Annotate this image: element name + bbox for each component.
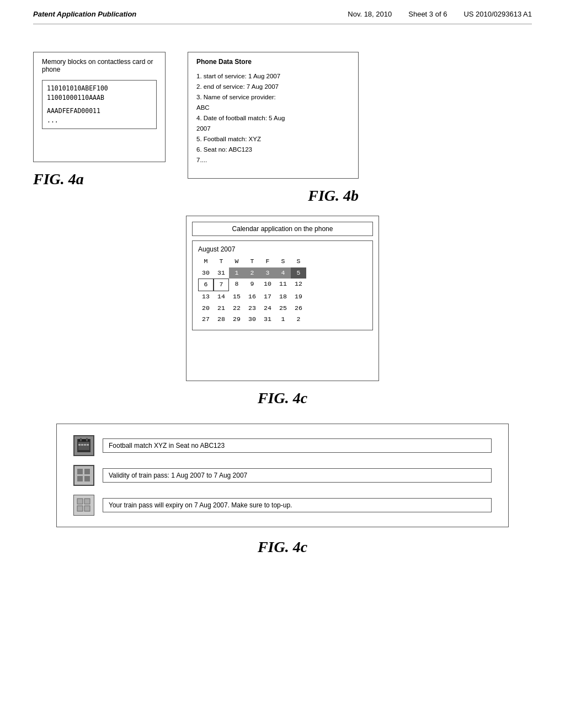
calendar-week-4: 20 21 22 23 24 25 26 xyxy=(198,303,367,314)
fig4b-title: Phone Data Store xyxy=(196,58,350,66)
memory-line-2: 11001000110AAAB xyxy=(47,93,152,103)
cal-day-25: 25 xyxy=(275,303,291,314)
cal-day-30: 30 xyxy=(198,267,214,279)
cal-day-1: 1 xyxy=(229,267,244,279)
list-item: 6. Seat no: ABC123 xyxy=(196,144,350,155)
cal-day-18: 18 xyxy=(275,291,291,303)
cal-day-20: 20 xyxy=(198,303,214,314)
svg-rect-4 xyxy=(86,438,88,441)
cal-day-14: 14 xyxy=(214,291,229,303)
svg-rect-15 xyxy=(77,506,83,511)
cal-day-31b: 31 xyxy=(260,314,275,325)
grid-light-icon xyxy=(76,497,92,513)
svg-rect-10 xyxy=(84,469,90,474)
svg-rect-8 xyxy=(87,444,89,446)
list-item: 3. Name of service provider: xyxy=(196,92,350,103)
calendar-week-5: 27 28 29 30 31 1 2 xyxy=(198,314,367,325)
cal-day-2: 2 xyxy=(244,267,260,279)
day-header-s: S xyxy=(275,256,291,267)
fig4a-box: Memory blocks on contactless card or pho… xyxy=(33,52,166,162)
list-item: 2007 xyxy=(196,124,350,134)
day-header-s2: S xyxy=(291,256,306,267)
list-item: 5. Football match: XYZ xyxy=(196,134,350,144)
list-item: 2. end of service: 7 Aug 2007 xyxy=(196,82,350,92)
svg-rect-6 xyxy=(81,444,83,446)
cal-day-17: 17 xyxy=(260,291,275,303)
calendar-area: August 2007 M T W T F S S xyxy=(192,240,373,330)
patent-number: US 2010/0293613 A1 xyxy=(463,10,532,18)
calendar-week-1: 30 31 1 2 3 4 5 xyxy=(198,267,367,279)
cal-day-15: 15 xyxy=(229,291,244,303)
svg-rect-14 xyxy=(84,499,90,504)
notif-icon-3 xyxy=(73,495,94,516)
fig4b-container: Phone Data Store 1. start of service: 1 … xyxy=(188,52,359,205)
fig4c-notif-box: Football match XYZ in Seat no ABC123 Val… xyxy=(56,424,509,527)
cal-day-29: 29 xyxy=(229,314,244,325)
cal-day-13: 13 xyxy=(198,291,214,303)
cal-day-8: 8 xyxy=(229,279,244,291)
cal-day-6: 6 xyxy=(198,279,214,291)
fig4b-label: FIG. 4b xyxy=(308,187,359,205)
cal-day-12: 12 xyxy=(291,279,306,291)
fig4c-notif-outer: Football match XYZ in Seat no ABC123 Val… xyxy=(33,424,532,556)
cal-day-24: 24 xyxy=(260,303,275,314)
list-item: 4. Date of football match: 5 Aug xyxy=(196,113,350,124)
cal-day-3: 3 xyxy=(260,267,275,279)
svg-rect-16 xyxy=(84,506,90,511)
day-header-t2: T xyxy=(244,256,260,267)
cal-day-31: 31 xyxy=(214,267,229,279)
svg-rect-5 xyxy=(78,444,81,446)
svg-rect-7 xyxy=(84,444,86,446)
cal-day-7: 7 xyxy=(214,279,229,291)
fig4a-title: Memory blocks on contactless card or pho… xyxy=(42,58,157,73)
fig4c-bottom-label: FIG. 4c xyxy=(258,538,307,556)
memory-line-4: ... xyxy=(47,116,152,125)
list-item: 1. start of service: 1 Aug 2007 xyxy=(196,71,350,82)
cal-day-2b: 2 xyxy=(291,314,306,325)
cal-day-19: 19 xyxy=(291,291,306,303)
cal-day-4: 4 xyxy=(275,267,291,279)
fig4c-calendar-label: FIG. 4c xyxy=(258,389,307,407)
calendar-grid: M T W T F S S 30 31 1 xyxy=(198,256,367,325)
fig4a-memory-block: 110101010ABEF100 11001000110AAAB AAADFEF… xyxy=(42,80,157,129)
notification-3: Your train pass will expiry on 7 Aug 200… xyxy=(73,495,492,516)
notification-2: Validity of train pass: 1 Aug 2007 to 7 … xyxy=(73,465,492,486)
calendar-month-title: August 2007 xyxy=(198,245,367,253)
svg-rect-13 xyxy=(77,499,83,504)
svg-rect-9 xyxy=(77,469,83,474)
cal-day-1b: 1 xyxy=(275,314,291,325)
sheet-info: Sheet 3 of 6 xyxy=(408,10,447,18)
fig4a-container: Memory blocks on contactless card or pho… xyxy=(33,52,166,205)
notification-1: Football match XYZ in Seat no ABC123 xyxy=(73,435,492,456)
fig4a-label: FIG. 4a xyxy=(33,170,84,188)
cal-day-23: 23 xyxy=(244,303,260,314)
cal-day-9: 9 xyxy=(244,279,260,291)
list-item: ABC xyxy=(196,103,350,113)
svg-rect-12 xyxy=(84,476,90,481)
list-item: 7.... xyxy=(196,155,350,165)
day-header-m: M xyxy=(198,256,214,267)
memory-line-1: 110101010ABEF100 xyxy=(47,84,152,93)
memory-line-3: AAADFEFAD00011 xyxy=(47,106,152,116)
calendar-week-3: 13 14 15 16 17 18 19 xyxy=(198,291,367,303)
calendar-week-2: 6 7 8 9 10 11 12 xyxy=(198,279,367,291)
cal-day-21: 21 xyxy=(214,303,229,314)
cal-day-30b: 30 xyxy=(244,314,260,325)
page-header: Patent Application Publication Nov. 18, … xyxy=(0,0,565,24)
cal-day-26: 26 xyxy=(291,303,306,314)
fig4c-calendar-box: Calendar application on the phone August… xyxy=(186,216,379,381)
cal-day-16: 16 xyxy=(244,291,260,303)
cal-day-10: 10 xyxy=(260,279,275,291)
notif-text-2: Validity of train pass: 1 Aug 2007 to 7 … xyxy=(103,468,492,483)
header-right: Nov. 18, 2010 Sheet 3 of 6 US 2010/02936… xyxy=(348,10,532,18)
cal-day-27: 27 xyxy=(198,314,214,325)
cal-day-11: 11 xyxy=(275,279,291,291)
cal-day-5: 5 xyxy=(291,267,306,279)
notif-text-1: Football match XYZ in Seat no ABC123 xyxy=(103,438,492,453)
calendar-dark-icon xyxy=(76,438,92,453)
notif-text-3: Your train pass will expiry on 7 Aug 200… xyxy=(103,498,492,512)
top-row: Memory blocks on contactless card or pho… xyxy=(33,52,532,205)
middle-row: Calendar application on the phone August… xyxy=(33,216,532,407)
page-content: Memory blocks on contactless card or pho… xyxy=(0,24,565,567)
day-header-f: F xyxy=(260,256,275,267)
